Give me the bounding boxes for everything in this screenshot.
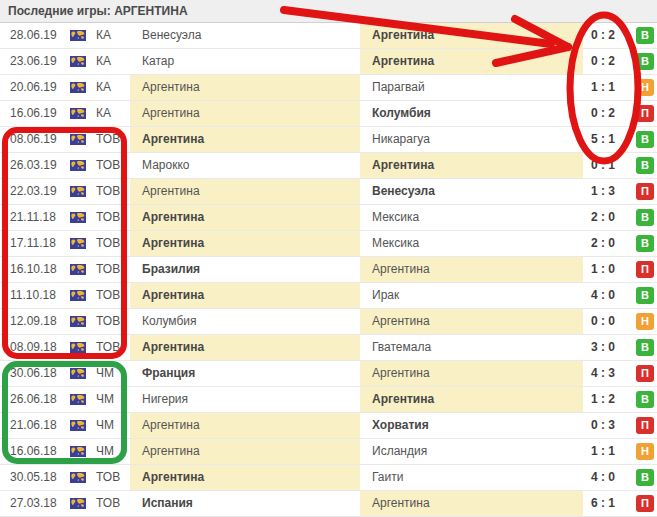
table-row[interactable]: 08.06.19 ТОВ Аргентина Никарагуа 5 : 1 В: [0, 127, 657, 153]
table-row[interactable]: 27.03.18 ТОВ Испания Аргентина 6 : 1 П: [0, 491, 657, 517]
world-flag-icon: [70, 257, 96, 282]
away-team: Гватемала: [360, 335, 583, 360]
result-badge: В: [636, 287, 654, 304]
table-row[interactable]: 26.03.19 ТОВ Марокко Аргентина 0 : 1 В: [0, 153, 657, 179]
away-team: Гаити: [360, 465, 583, 490]
match-score: 0 : 2: [583, 23, 615, 48]
world-flag-icon: [70, 153, 96, 178]
home-team: Аргентина: [130, 283, 360, 308]
match-date: 16.06.19: [0, 101, 70, 126]
away-team: Колумбия: [360, 101, 583, 126]
table-row[interactable]: 17.11.18 ТОВ Аргентина Мексика 2 : 0 В: [0, 231, 657, 257]
result-badge: В: [636, 339, 654, 356]
world-flag-icon: [70, 101, 96, 126]
away-team: Хорватия: [360, 413, 583, 438]
competition-code: КА: [96, 101, 130, 126]
match-score: 5 : 1: [583, 127, 615, 152]
result-badge: В: [636, 391, 654, 408]
competition-code: ТОВ: [96, 205, 130, 230]
home-team: Колумбия: [130, 309, 360, 334]
match-score: 4 : 0: [583, 465, 615, 490]
table-row[interactable]: 16.10.18 ТОВ Бразилия Аргентина 1 : 0 П: [0, 257, 657, 283]
away-team: Ирак: [360, 283, 583, 308]
table-row[interactable]: 08.09.18 ТОВ Аргентина Гватемала 3 : 0 В: [0, 335, 657, 361]
last-games-panel: Последние игры: АРГЕНТИНА 28.06.19 КА Ве…: [0, 0, 657, 517]
competition-code: ТОВ: [96, 257, 130, 282]
home-team: Аргентина: [130, 179, 360, 204]
home-team: Бразилия: [130, 257, 360, 282]
result-badge: В: [636, 53, 654, 70]
table-row[interactable]: 16.06.19 КА Аргентина Колумбия 0 : 2 П: [0, 101, 657, 127]
table-row[interactable]: 28.06.19 КА Венесуэла Аргентина 0 : 2 В: [0, 23, 657, 49]
table-row[interactable]: 22.03.19 ТОВ Аргентина Венесуэла 1 : 3 П: [0, 179, 657, 205]
match-score: 3 : 0: [583, 335, 615, 360]
home-team: Аргентина: [130, 205, 360, 230]
match-score: 6 : 1: [583, 491, 615, 516]
table-row[interactable]: 23.06.19 КА Катар Аргентина 0 : 2 В: [0, 49, 657, 75]
panel-header: Последние игры: АРГЕНТИНА: [0, 0, 657, 23]
competition-code: ТОВ: [96, 283, 130, 308]
home-team: Аргентина: [130, 465, 360, 490]
table-row[interactable]: 21.06.18 ЧМ Аргентина Хорватия 0 : 3 П: [0, 413, 657, 439]
home-team: Аргентина: [130, 101, 360, 126]
result-badge: П: [636, 261, 654, 278]
match-score: 0 : 1: [583, 153, 615, 178]
world-flag-icon: [70, 465, 96, 490]
table-row[interactable]: 26.06.18 ЧМ Нигерия Аргентина 1 : 2 В: [0, 387, 657, 413]
world-flag-icon: [70, 205, 96, 230]
away-team: Аргентина: [360, 361, 583, 386]
competition-code: ТОВ: [96, 231, 130, 256]
world-flag-icon: [70, 179, 96, 204]
match-score: 0 : 2: [583, 101, 615, 126]
match-date: 26.06.18: [0, 387, 70, 412]
result-badge: В: [636, 27, 654, 44]
match-date: 08.09.18: [0, 335, 70, 360]
match-date: 17.11.18: [0, 231, 70, 256]
competition-code: КА: [96, 49, 130, 74]
table-row[interactable]: 21.11.18 ТОВ Аргентина Мексика 2 : 0 В: [0, 205, 657, 231]
match-score: 2 : 0: [583, 231, 615, 256]
match-date: 20.06.19: [0, 75, 70, 100]
result-badge: В: [636, 209, 654, 226]
world-flag-icon: [70, 335, 96, 360]
away-team: Аргентина: [360, 491, 583, 516]
away-team: Мексика: [360, 205, 583, 230]
table-row[interactable]: 11.10.18 ТОВ Аргентина Ирак 4 : 0 В: [0, 283, 657, 309]
match-score: 4 : 3: [583, 361, 615, 386]
match-date: 28.06.19: [0, 23, 70, 48]
home-team: Франция: [130, 361, 360, 386]
competition-code: ТОВ: [96, 127, 130, 152]
table-row[interactable]: 20.06.19 КА Аргентина Парагвай 1 : 1 Н: [0, 75, 657, 101]
result-badge: В: [636, 131, 654, 148]
competition-code: ЧМ: [96, 361, 130, 386]
away-team: Аргентина: [360, 387, 583, 412]
home-team: Венесуэла: [130, 23, 360, 48]
result-badge: Н: [636, 443, 654, 460]
competition-code: ЧМ: [96, 413, 130, 438]
result-badge: П: [636, 105, 654, 122]
table-row[interactable]: 16.06.18 ЧМ Аргентина Исландия 1 : 1 Н: [0, 439, 657, 465]
home-team: Аргентина: [130, 413, 360, 438]
world-flag-icon: [70, 75, 96, 100]
home-team: Испания: [130, 491, 360, 516]
match-date: 12.09.18: [0, 309, 70, 334]
competition-code: ТОВ: [96, 179, 130, 204]
world-flag-icon: [70, 127, 96, 152]
world-flag-icon: [70, 231, 96, 256]
table-row[interactable]: 12.09.18 ТОВ Колумбия Аргентина 0 : 0 Н: [0, 309, 657, 335]
table-row[interactable]: 30.05.18 ТОВ Аргентина Гаити 4 : 0 В: [0, 465, 657, 491]
competition-code: ЧМ: [96, 439, 130, 464]
panel-title: Последние игры: АРГЕНТИНА: [8, 4, 188, 18]
match-score: 0 : 0: [583, 309, 615, 334]
home-team: Нигерия: [130, 387, 360, 412]
world-flag-icon: [70, 439, 96, 464]
table-row[interactable]: 30.06.18 ЧМ Франция Аргентина 4 : 3 П: [0, 361, 657, 387]
match-score: 0 : 3: [583, 413, 615, 438]
match-date: 23.06.19: [0, 49, 70, 74]
match-date: 16.06.18: [0, 439, 70, 464]
result-badge: П: [636, 365, 654, 382]
competition-code: ТОВ: [96, 153, 130, 178]
match-date: 22.03.19: [0, 179, 70, 204]
match-score: 0 : 2: [583, 49, 615, 74]
away-team: Венесуэла: [360, 179, 583, 204]
